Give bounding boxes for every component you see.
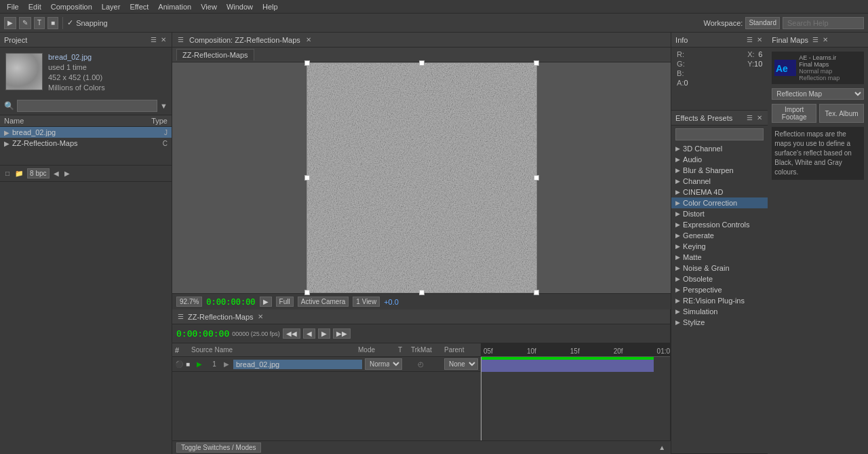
effect-category-revision[interactable]: ▶ RE:Vision Plug-ins [671, 295, 768, 306]
info-panel-title: Info [675, 36, 688, 44]
handle-bc[interactable] [419, 290, 425, 295]
comp-viewport[interactable] [172, 62, 671, 293]
comp-tab[interactable]: ZZ-Reflection-Maps [176, 49, 254, 60]
handle-tl[interactable] [304, 60, 310, 66]
maps-type-dropdown[interactable]: Reflection Map Normal Map [772, 88, 864, 100]
next-btn[interactable]: ▶ [63, 170, 71, 177]
timeline-close-btn[interactable]: ✕ [256, 313, 264, 320]
timecode-display: 0:00:00:00 [206, 297, 255, 307]
prev-btn[interactable]: ◀ [52, 170, 60, 177]
camera-select[interactable]: Active Camera [298, 297, 349, 307]
menu-bar: File Edit Composition Layer Effect Anima… [0, 0, 868, 14]
effect-arrow-icon: ▶ [675, 189, 680, 195]
menu-effect[interactable]: Effect [125, 2, 153, 12]
composition-panel: ☰ Composition: ZZ-Reflection-Maps ✕ ZZ-R… [172, 33, 671, 309]
preview-btn[interactable]: ▶ [260, 297, 272, 307]
effect-category-keying[interactable]: ▶ Keying [671, 241, 768, 252]
menu-window[interactable]: Window [222, 2, 257, 12]
menu-file[interactable]: File [3, 2, 23, 12]
track-eye-icon[interactable]: ⚫ [175, 360, 183, 368]
bpc-badge: 8 bpc [27, 168, 49, 178]
handle-mr[interactable] [534, 175, 539, 181]
handle-br[interactable] [534, 290, 539, 295]
track-tikmat-col: TrkMat [411, 346, 441, 354]
effect-category-distort[interactable]: ▶ Distort [671, 208, 768, 219]
tex-album-btn[interactable]: Tex. Album [819, 104, 864, 123]
toolbar-shape[interactable]: ■ [47, 17, 58, 29]
effect-category-channel[interactable]: ▶ Channel [671, 176, 768, 187]
timeline-ctrl-btn-2[interactable]: ◀ [303, 328, 315, 339]
toolbar-pen[interactable]: ✎ [19, 17, 31, 29]
effect-category-simulation[interactable]: ▶ Simulation [671, 306, 768, 317]
effect-category-stylize[interactable]: ▶ Stylize [671, 317, 768, 328]
final-maps-close[interactable]: ✕ [821, 36, 829, 43]
timeline-menu-btn[interactable]: ☰ [176, 313, 185, 320]
center-column: ☰ Composition: ZZ-Reflection-Maps ✕ ZZ-R… [172, 33, 671, 454]
menu-view[interactable]: View [197, 2, 221, 12]
comp-panel-menu[interactable]: ☰ [176, 36, 185, 43]
project-file-list: ▶ bread_02.jpg J ▶ ZZ-Reflection-Maps C [0, 127, 172, 165]
effect-category-matte[interactable]: ▶ Matte [671, 252, 768, 263]
menu-help[interactable]: Help [258, 2, 282, 12]
panel-close-btn[interactable]: ✕ [159, 36, 167, 43]
file-dimensions: 452 x 452 (1.00) [48, 73, 105, 81]
folder-btn[interactable]: 📁 [14, 170, 24, 177]
timeline-ruler: 05f 10f 15f 20f 01:0 [481, 343, 670, 357]
handle-tr[interactable] [534, 60, 539, 66]
ruler-mark-2: 10f [527, 347, 536, 355]
info-panel-menu[interactable]: ☰ [745, 36, 754, 43]
toolbar-select[interactable]: ▶ [4, 17, 16, 29]
handle-ml[interactable] [304, 175, 310, 181]
playhead[interactable] [481, 357, 481, 440]
final-maps-menu[interactable]: ☰ [811, 36, 820, 43]
timeline-ctrl-btn-4[interactable]: ▶▶ [333, 328, 351, 339]
effect-category-colorcorrection[interactable]: ▶ Color Correction [671, 197, 768, 208]
project-search-input[interactable] [17, 100, 157, 112]
track-parent-select[interactable]: None [444, 358, 478, 370]
effect-category-3dchannel[interactable]: ▶ 3D Channel [671, 143, 768, 154]
track-mode-select[interactable]: Normal [365, 358, 402, 370]
track-expand-icon[interactable]: ▶ [224, 360, 229, 368]
effect-category-expression[interactable]: ▶ Expression Controls [671, 219, 768, 230]
workspace-select[interactable]: Standard [745, 17, 780, 29]
info-panel: Info ☰ ✕ R: G: [671, 33, 768, 111]
effect-category-generate[interactable]: ▶ Generate [671, 230, 768, 241]
effect-arrow-icon: ▶ [675, 210, 680, 217]
panel-menu-btn[interactable]: ☰ [149, 36, 158, 43]
handle-tc[interactable] [419, 60, 425, 66]
toolbar-text[interactable]: T [34, 17, 45, 29]
info-panel-close[interactable]: ✕ [755, 36, 764, 43]
import-footage-btn[interactable]: Import Footage [772, 104, 816, 123]
effects-search-input[interactable] [675, 128, 764, 140]
search-dropdown-icon[interactable]: ▼ [160, 102, 167, 110]
effect-category-noise[interactable]: ▶ Noise & Grain [671, 263, 768, 273]
effects-panel-close[interactable]: ✕ [755, 114, 764, 121]
effect-category-perspective[interactable]: ▶ Perspective [671, 284, 768, 295]
effects-panel-menu[interactable]: ☰ [745, 114, 754, 121]
menu-edit[interactable]: Edit [24, 2, 45, 12]
effect-arrow-icon: ▶ [675, 243, 680, 250]
view-select[interactable]: 1 View [353, 297, 380, 307]
new-comp-btn[interactable]: □ [4, 170, 11, 177]
list-item[interactable]: ▶ bread_02.jpg J [0, 127, 172, 138]
menu-composition[interactable]: Composition [47, 2, 96, 12]
handle-bl[interactable] [304, 290, 310, 295]
timeline-ctrl-btn-3[interactable]: ▶ [318, 328, 330, 339]
effect-category-audio[interactable]: ▶ Audio [671, 154, 768, 165]
search-help-input[interactable] [783, 17, 864, 29]
timeline-ctrl-btn-1[interactable]: ◀◀ [283, 328, 300, 339]
resolution-select[interactable]: Full [276, 297, 294, 307]
effect-arrow-icon: ▶ [675, 145, 680, 152]
zoom-select[interactable]: 92.7% [176, 297, 202, 307]
effect-category-blur[interactable]: ▶ Blur & Sharpen [671, 165, 768, 176]
status-expand-btn[interactable]: ▲ [657, 444, 667, 451]
comp-panel-close[interactable]: ✕ [304, 36, 313, 43]
menu-animation[interactable]: Animation [154, 2, 195, 12]
effect-category-obsolete[interactable]: ▶ Obsolete [671, 273, 768, 284]
list-item[interactable]: ▶ ZZ-Reflection-Maps C [0, 138, 172, 149]
toggle-switches-btn[interactable]: Toggle Switches / Modes [176, 442, 261, 453]
effect-category-cinema4d[interactable]: ▶ CINEMA 4D [671, 187, 768, 197]
menu-layer[interactable]: Layer [98, 2, 125, 12]
table-row[interactable]: ⚫ ■ ▶ 1 ▶ bread_02.jpg Normal ◴ None [172, 357, 481, 372]
effect-arrow-icon: ▶ [675, 308, 680, 315]
